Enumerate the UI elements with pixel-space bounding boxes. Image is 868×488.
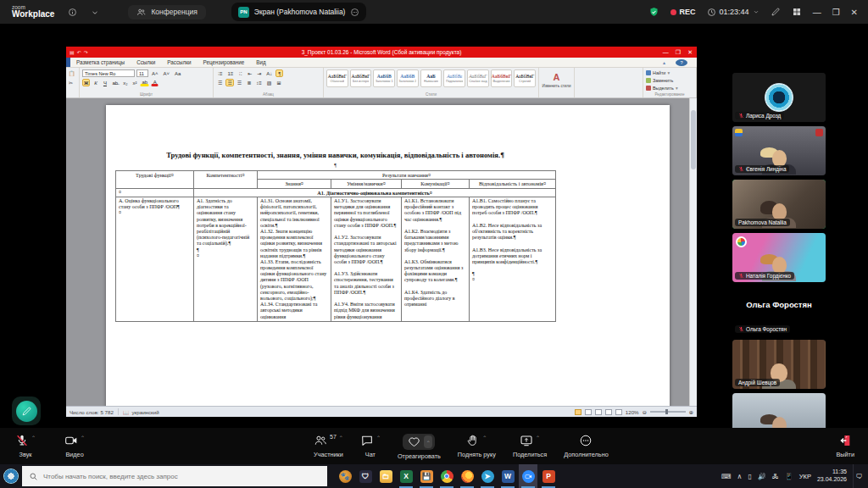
- tab-review[interactable]: Рецензирование: [198, 59, 251, 65]
- help-icon[interactable]: ?: [676, 59, 687, 66]
- line-spacing-icon[interactable]: ↕≡: [254, 79, 264, 86]
- video-button[interactable]: ⌃ Видео: [64, 434, 85, 458]
- share-screen-button[interactable]: ⌃ Поделиться: [513, 434, 547, 458]
- raise-hand-button[interactable]: ⌃ Поднять руку: [458, 434, 496, 458]
- fullscreen-view-icon[interactable]: [585, 409, 592, 415]
- numbering-icon[interactable]: 1≡: [225, 69, 235, 77]
- react-options-chevron[interactable]: ⌃: [424, 435, 432, 448]
- style-chip[interactable]: АаБбВвГСтрогий: [514, 69, 536, 87]
- replace-button[interactable]: Заменить: [646, 77, 693, 83]
- show-marks-icon[interactable]: ¶: [275, 69, 283, 77]
- react-button[interactable]: ⌃ Отреагировать: [398, 434, 441, 460]
- decrease-indent-icon[interactable]: ⇤: [246, 69, 253, 77]
- word-document-area[interactable]: Трудові функції, компетентності, знання,…: [66, 98, 697, 406]
- taskbar-app-word[interactable]: W: [498, 464, 517, 488]
- annotation-tool-button[interactable]: [12, 396, 41, 425]
- style-chip[interactable]: АаБбВвГОбычный: [326, 69, 348, 87]
- sort-icon[interactable]: А↓: [264, 69, 274, 77]
- more-button[interactable]: Дополнительно: [564, 434, 609, 458]
- tab-page-layout[interactable]: Разметка страницы: [70, 59, 131, 65]
- meeting-info-icon[interactable]: [68, 4, 77, 19]
- participant-tile[interactable]: Лариса Дрозд: [732, 73, 826, 122]
- zoom-out-icon[interactable]: ⊖: [643, 409, 647, 415]
- share-options-chevron[interactable]: ⌃: [536, 435, 540, 441]
- close-button[interactable]: ✕: [851, 8, 858, 17]
- participant-tile[interactable]: Наталія Гордієнко: [732, 233, 826, 282]
- change-styles-button[interactable]: А Изменить стили: [539, 68, 575, 97]
- audio-options-chevron[interactable]: ⌃: [31, 435, 36, 441]
- meeting-timer[interactable]: 01:23:44: [707, 8, 760, 17]
- taskbar-app-pet[interactable]: 🐾: [336, 464, 354, 488]
- grow-font-icon[interactable]: А˄: [150, 69, 160, 77]
- italic-button[interactable]: К: [92, 79, 99, 86]
- taskbar-app-zoom[interactable]: [519, 464, 537, 488]
- volume-icon[interactable]: 🔊: [758, 473, 766, 480]
- borders-icon[interactable]: ⊞: [275, 79, 282, 86]
- superscript-icon[interactable]: x²: [131, 79, 138, 86]
- bold-button[interactable]: Ж: [82, 79, 90, 86]
- battery-icon[interactable]: ▯: [748, 473, 751, 480]
- video-options-chevron[interactable]: ⌃: [81, 435, 85, 441]
- zoom-slider[interactable]: [650, 411, 686, 413]
- taskbar-app-chrome[interactable]: [437, 464, 456, 488]
- style-chip[interactable]: АаБбВвГВыделение: [491, 69, 513, 87]
- tab-shared-screen[interactable]: PN Экран (Pakhomova Nataliia): [231, 3, 367, 21]
- word-titlebar[interactable]: ▤ ↶ ↷ 3_Проект 01.03.26 - Microsoft Word…: [66, 47, 697, 58]
- zoom-level[interactable]: 120%: [626, 409, 639, 415]
- search-input[interactable]: [43, 473, 314, 480]
- word-count[interactable]: Число слов: 5 782: [70, 409, 114, 415]
- draft-view-icon[interactable]: [615, 409, 622, 415]
- participant-tile-camera-off[interactable]: Ольга Форостян Ольга Форостян: [732, 286, 826, 336]
- align-left-icon[interactable]: ☰: [216, 79, 224, 86]
- strikethrough-icon[interactable]: a̶b̶: [110, 79, 120, 86]
- font-color-icon[interactable]: А: [151, 79, 159, 86]
- style-chip[interactable]: АаБбВвГСлабое выд: [467, 69, 489, 87]
- cut-icon[interactable]: ✂: [67, 79, 75, 86]
- taskbar-app-disk[interactable]: 💾: [417, 464, 436, 488]
- minimize-button[interactable]: —: [813, 8, 821, 17]
- tab-references[interactable]: Ссылки: [131, 59, 161, 65]
- taskbar-app-excel[interactable]: X: [397, 464, 415, 488]
- action-center-button[interactable]: 🗨: [853, 464, 865, 488]
- participants-button[interactable]: 57 ⌃ Участники: [314, 434, 343, 458]
- taskbar-clock[interactable]: 11:35 23.04.2026: [817, 469, 847, 484]
- align-right-icon[interactable]: ☰: [236, 79, 243, 86]
- font-size-box[interactable]: 11: [136, 69, 148, 77]
- word-restore-button[interactable]: ❐: [676, 49, 681, 56]
- scrollbar-thumb[interactable]: [691, 110, 696, 169]
- paste-icon[interactable]: 📋: [67, 69, 76, 77]
- competency-table[interactable]: Трудові функції¤ Компетентності¤ Результ…: [115, 170, 556, 322]
- word-close-button[interactable]: ✕: [687, 49, 693, 56]
- chat-options-chevron[interactable]: ⌃: [376, 435, 381, 441]
- participant-tile-active-speaker[interactable]: Pakhomova Nataliia: [732, 180, 826, 229]
- document-page[interactable]: Трудові функції, компетентності, знання,…: [106, 105, 670, 406]
- shading-icon[interactable]: ▨: [265, 79, 274, 86]
- web-view-icon[interactable]: [595, 409, 602, 415]
- print-layout-view-icon[interactable]: [575, 409, 581, 415]
- tab-options-icon[interactable]: [350, 8, 359, 17]
- font-name-box[interactable]: Times New Ro: [82, 69, 135, 77]
- shrink-font-icon[interactable]: А˅: [162, 69, 172, 77]
- hidden-icons-chevron[interactable]: ∧: [737, 473, 743, 480]
- annotate-pencil-icon[interactable]: [771, 7, 781, 17]
- increase-indent-icon[interactable]: ⇥: [255, 69, 263, 77]
- tab-view[interactable]: Вид: [250, 59, 271, 65]
- encryption-shield-icon[interactable]: [648, 7, 659, 18]
- taskbar-app-powerpoint[interactable]: P: [539, 464, 558, 488]
- participants-options-chevron[interactable]: ⌃: [339, 435, 343, 441]
- taskbar-app-privacy[interactable]: 🛡: [356, 464, 375, 488]
- leave-button[interactable]: Выйти: [836, 434, 854, 458]
- select-button[interactable]: Выделить▾: [646, 86, 693, 92]
- network-icon[interactable]: 🖧: [772, 473, 779, 480]
- underline-button[interactable]: Ч: [101, 79, 108, 86]
- style-chip[interactable]: АаБбВЗаголовок 1: [373, 69, 395, 87]
- taskbar-app-file-explorer[interactable]: 🗀: [376, 464, 395, 488]
- style-chip[interactable]: АаБбВЗаголовок 2: [397, 69, 419, 87]
- subscript-icon[interactable]: x₂: [121, 79, 129, 86]
- language-indicator[interactable]: УКР: [799, 473, 811, 480]
- touch-keyboard-icon[interactable]: ⌨: [721, 473, 732, 480]
- bullets-icon[interactable]: ⁝≡: [216, 69, 224, 77]
- audio-button[interactable]: ⌃ Звук: [15, 434, 36, 458]
- phone-link-icon[interactable]: 📱: [785, 473, 793, 480]
- style-chip[interactable]: АаБбВвГБез интерв: [350, 69, 372, 87]
